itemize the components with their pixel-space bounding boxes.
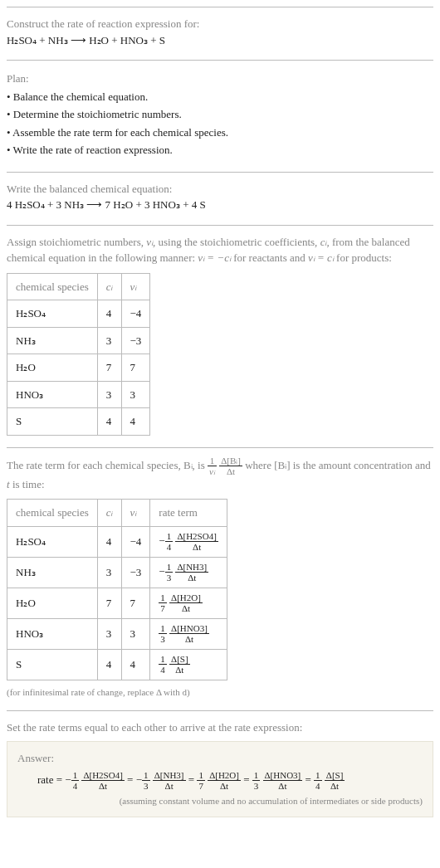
equals-sign: = — [302, 773, 314, 786]
delta-frac: Δ[HNO3]Δt — [169, 624, 209, 644]
cell-ci: 4 — [97, 300, 121, 328]
table-row: S44 — [7, 408, 150, 436]
equals-sign: = — [241, 773, 252, 786]
denom: 3 — [252, 780, 261, 791]
prompt-line: Construct the rate of reaction expressio… — [7, 17, 199, 30]
header-rate: rate term — [150, 500, 227, 527]
relation-products: νᵢ = cᵢ — [308, 251, 334, 264]
header-species: chemical species — [7, 500, 98, 527]
coef-frac: 14 — [159, 655, 167, 675]
plus-sign: + — [37, 34, 48, 46]
coef-frac: 14 — [165, 532, 174, 552]
numer: 1 — [165, 563, 174, 572]
plan-bullet: • Balance the chemical equation. — [7, 89, 433, 105]
stoich-text: for reactants and — [231, 251, 308, 264]
cell-species: NH₃ — [7, 557, 98, 588]
denom: Δt — [263, 780, 303, 791]
denom: Δt — [169, 664, 190, 675]
cell-ci: 7 — [97, 354, 121, 382]
cell-species: NH₃ — [7, 327, 98, 354]
coef-frac: 13 — [165, 563, 174, 583]
sign: − — [159, 534, 164, 546]
plan-bullet: • Determine the stoichiometric numbers. — [7, 106, 433, 123]
table-row: NH₃ 3 −3 −13 Δ[NH3]Δt — [7, 557, 227, 588]
table-row: H₂O 7 7 17 Δ[H2O]Δt — [7, 588, 227, 618]
cell-species: HNO₃ — [7, 618, 98, 649]
coef-frac: 13 — [252, 771, 261, 791]
denom: Δt — [169, 602, 203, 613]
numer: 1 — [252, 771, 261, 780]
cell-ci: 4 — [97, 526, 121, 557]
denom: 3 — [165, 572, 174, 583]
numer: Δ[Bᵢ] — [219, 456, 242, 466]
plan-section: Plan: • Balance the chemical equation. •… — [7, 60, 433, 172]
numer: Δ[S] — [169, 655, 190, 664]
input-equation: H₂SO₄ + NH₃ ⟶ H₂O + HNO₃ + S — [7, 32, 433, 49]
denom: Δt — [169, 633, 209, 644]
table-row: H₂O77 — [7, 354, 150, 382]
nu-i: νᵢ — [146, 236, 153, 248]
plan-bullet: • Write the rate of reaction expression. — [7, 142, 433, 158]
coef-frac: 13 — [142, 771, 150, 791]
cell-nu: 4 — [121, 649, 150, 680]
denom: 7 — [159, 602, 167, 613]
denom: 7 — [197, 780, 205, 791]
numer: Δ[HNO3] — [263, 771, 303, 780]
header-species: chemical species — [7, 273, 98, 300]
numer: Δ[NH3] — [153, 771, 186, 780]
answer-box: Answer: rate = −14 Δ[H2SO4]Δt = −13 Δ[NH… — [7, 741, 433, 817]
cell-ci: 3 — [97, 327, 121, 354]
cell-nu: 7 — [121, 354, 150, 382]
cell-ci: 7 — [97, 588, 121, 618]
cell-nu: 7 — [121, 588, 150, 618]
rate-term-text: where [Bᵢ] is the amount concentration a… — [245, 458, 431, 471]
reactant-nh3: NH₃ — [48, 34, 68, 46]
rate-term-table: chemical species cᵢ νᵢ rate term H₂SO₄ 4… — [7, 499, 227, 680]
table-row: HNO₃33 — [7, 381, 150, 408]
numer: 1 — [159, 624, 167, 633]
cell-ci: 3 — [97, 381, 121, 408]
numer: 1 — [159, 655, 167, 664]
rate-term-section: The rate term for each chemical species,… — [7, 447, 433, 711]
plan-label: Plan: — [7, 71, 433, 87]
final-intro: Set the rate terms equal to each other t… — [7, 719, 433, 736]
stoich-text: , using the stoichiometric coefficients, — [153, 236, 320, 248]
cell-nu: −3 — [121, 557, 150, 588]
stoich-intro: Assign stoichiometric numbers, νᵢ, using… — [7, 234, 433, 266]
delta-frac: Δ[NH3]Δt — [175, 563, 208, 583]
header-nu: νᵢ — [121, 273, 150, 300]
coef-frac: 14 — [314, 771, 322, 791]
balanced-equation: 4 H₂SO₄ + 3 NH₃ ⟶ 7 H₂O + 3 HNO₃ + 4 S — [7, 197, 433, 213]
denom: 3 — [142, 780, 150, 791]
cell-species: H₂O — [7, 354, 98, 382]
header-nu: νᵢ — [121, 500, 150, 527]
cell-nu: 3 — [121, 618, 150, 649]
one-over-nu: 1νᵢ — [208, 456, 217, 476]
cell-nu: −4 — [121, 300, 150, 328]
coef-frac: 13 — [159, 624, 167, 644]
equals-sign: = — [186, 773, 198, 786]
balanced-intro: Write the balanced chemical equation: — [7, 181, 433, 197]
reaction-arrow: ⟶ — [68, 34, 90, 46]
coef-frac: 17 — [197, 771, 205, 791]
relation-reactants: νᵢ = −cᵢ — [198, 251, 231, 264]
denom: Δt — [153, 780, 186, 791]
cell-nu: −4 — [121, 526, 150, 557]
numer: 1 — [159, 593, 167, 602]
denom: 3 — [159, 633, 167, 644]
denom: νᵢ — [209, 466, 215, 476]
cell-rate: 17 Δ[H2O]Δt — [150, 588, 227, 618]
numer: 1 — [142, 771, 150, 780]
equals-sign: = — [125, 773, 136, 786]
product-hno3: HNO₃ — [120, 34, 148, 46]
numer: 1 — [71, 771, 80, 780]
denom: Δt — [208, 780, 241, 791]
plus-sign: + — [148, 34, 159, 46]
numer: 1 — [165, 532, 174, 541]
cell-species: H₂SO₄ — [7, 300, 98, 328]
problem-statement: Construct the rate of reaction expressio… — [7, 7, 433, 60]
rate-term-text: is time: — [10, 478, 45, 490]
denom: Δt — [325, 780, 345, 791]
sign: − — [136, 773, 142, 786]
numer: Δ[H2SO4] — [81, 771, 124, 780]
